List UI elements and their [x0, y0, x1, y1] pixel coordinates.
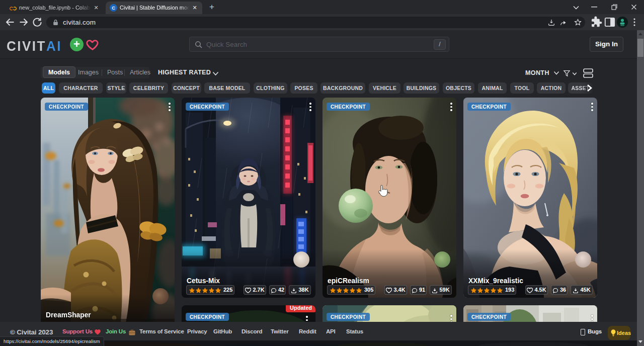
svg-text:C: C [112, 6, 115, 11]
